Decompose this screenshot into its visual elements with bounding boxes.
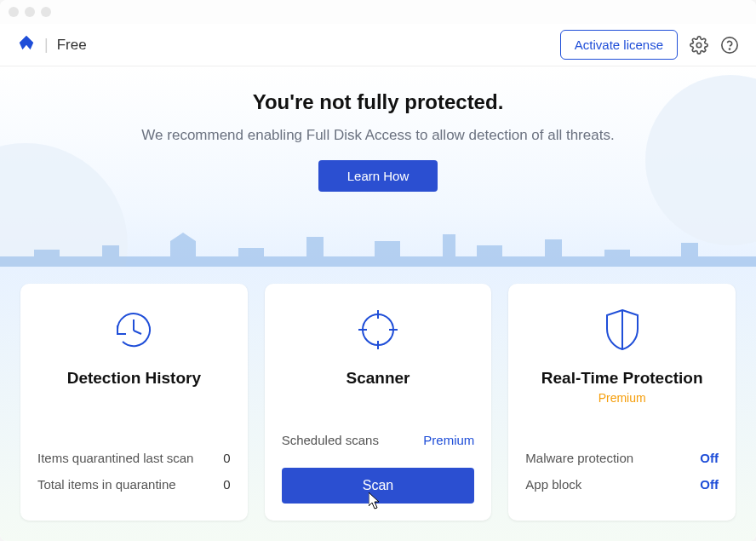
header-actions: Activate license [560, 30, 739, 60]
svg-point-0 [696, 43, 702, 48]
product-tier-label: Free [57, 37, 87, 54]
header-bar: | Free Activate license [0, 24, 756, 66]
brand: | Free [17, 34, 87, 56]
svg-point-5 [363, 314, 393, 345]
row-label: Scheduled scans [282, 433, 379, 447]
history-icon [111, 302, 157, 357]
hero-subtitle: We recommend enabling Full Disk Access t… [140, 124, 616, 147]
history-row: Items quarantined last scan 0 [37, 451, 231, 465]
shield-icon [602, 302, 643, 357]
app-block-row[interactable]: App block Off [525, 477, 719, 492]
row-label: Items quarantined last scan [37, 451, 193, 465]
titlebar [0, 0, 756, 24]
row-value: Premium [423, 433, 474, 447]
zoom-window-button[interactable] [41, 7, 51, 17]
card-title: Real-Time Protection [541, 369, 703, 388]
row-label: App block [525, 477, 581, 492]
help-button[interactable] [720, 36, 739, 55]
premium-badge: Premium [598, 391, 646, 406]
card-title: Scanner [346, 369, 410, 388]
brand-divider: | [44, 36, 49, 54]
settings-button[interactable] [690, 36, 708, 55]
realtime-rows: Malware protection Off App block Off [525, 439, 719, 504]
detection-history-card: Detection History Items quarantined last… [20, 284, 248, 521]
history-row: Total items in quarantine 0 [37, 477, 231, 492]
hero-title: You're not fully protected. [0, 90, 756, 114]
history-rows: Items quarantined last scan 0 Total item… [37, 439, 231, 504]
hero-banner: You're not fully protected. We recommend… [0, 66, 756, 267]
row-value: Off [700, 477, 719, 492]
scanner-card: Scanner Scheduled scans Premium Scan [265, 284, 492, 521]
minimize-window-button[interactable] [25, 7, 35, 17]
learn-how-button[interactable]: Learn How [318, 160, 438, 192]
skyline-decoration [0, 216, 756, 267]
scheduled-scans-row[interactable]: Scheduled scans Premium [282, 433, 475, 447]
row-value: 0 [223, 477, 230, 492]
row-label: Malware protection [525, 451, 633, 465]
row-value: 0 [223, 451, 230, 465]
row-label: Total items in quarantine [37, 477, 176, 492]
realtime-protection-card: Real-Time Protection Premium Malware pro… [508, 284, 736, 521]
row-value: Off [700, 451, 719, 465]
scanner-rows: Scheduled scans Premium [282, 421, 475, 459]
activate-license-button[interactable]: Activate license [560, 30, 678, 60]
app-window: | Free Activate license You're no [0, 0, 756, 541]
logo-icon [17, 34, 36, 56]
card-title: Detection History [67, 369, 201, 388]
svg-line-4 [134, 331, 141, 334]
scanner-icon [355, 302, 401, 357]
malware-protection-row[interactable]: Malware protection Off [525, 451, 719, 465]
scan-button[interactable]: Scan [282, 468, 475, 504]
svg-point-1 [722, 37, 737, 52]
close-window-button[interactable] [9, 7, 19, 17]
dashboard-cards: Detection History Items quarantined last… [0, 267, 756, 541]
svg-point-2 [729, 49, 730, 49]
